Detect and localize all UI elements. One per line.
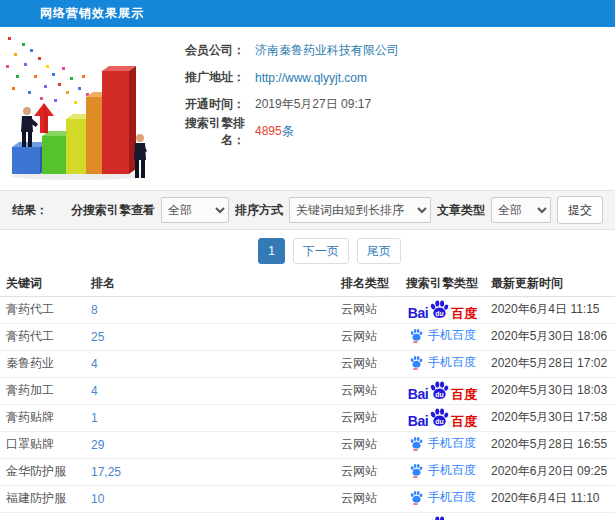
member-company-label: 会员公司： bbox=[170, 42, 245, 59]
keyword-cell bbox=[0, 512, 85, 520]
baidu-paw-icon: du bbox=[429, 407, 450, 428]
sort-filter-label: 排序方式 bbox=[235, 202, 283, 219]
rank-type-cell: 云网站 bbox=[335, 323, 400, 350]
baidu-logo: Bai du 百度 bbox=[408, 515, 477, 520]
rank-cell[interactable]: 4 bbox=[85, 377, 335, 404]
table-row: 福建防护服 10 云网站 手机百度 2020年6月4日 11:10 bbox=[0, 485, 615, 512]
updated-cell bbox=[485, 512, 615, 520]
header-rank: 排名 bbox=[85, 272, 335, 296]
keyword-cell: 秦鲁药业 bbox=[0, 350, 85, 377]
ranking-count-row: 搜索引擎排名： 4895条 bbox=[170, 118, 615, 145]
up-arrow-icon bbox=[34, 103, 54, 133]
updated-cell: 2020年6月4日 11:15 bbox=[485, 296, 615, 323]
bar-red bbox=[102, 66, 136, 174]
filter-controls: 分搜索引擎查看 全部 排序方式 关键词由短到长排序 文章类型 全部 提交 bbox=[71, 196, 603, 224]
keyword-cell: 膏药代工 bbox=[0, 296, 85, 323]
table-row: 膏药贴牌 1 云网站 Bai du 百度 2020年5月30日 17:58 bbox=[0, 404, 615, 431]
updated-cell: 2020年5月30日 18:06 bbox=[485, 323, 615, 350]
rank-cell[interactable] bbox=[85, 512, 335, 520]
mobile-baidu-paw-icon bbox=[409, 436, 424, 451]
baidu-logo: Bai du 百度 bbox=[408, 407, 477, 428]
confetti-dots bbox=[6, 37, 97, 108]
promo-url-link[interactable]: http://www.qlyyjt.com bbox=[255, 71, 367, 85]
open-time-value: 2019年5月27日 09:17 bbox=[255, 96, 371, 113]
updated-cell: 2020年6月20日 09:25 bbox=[485, 458, 615, 485]
svg-text:du: du bbox=[435, 390, 443, 397]
mobile-baidu-badge: 手机百度 bbox=[409, 328, 476, 343]
mobile-baidu-badge: 手机百度 bbox=[409, 490, 476, 505]
table-row: 金华防护服 17,25 云网站 手机百度 2020年6月20日 09:25 bbox=[0, 458, 615, 485]
baidu-logo: Bai du 百度 bbox=[408, 299, 477, 320]
header-updated: 最新更新时间 bbox=[485, 272, 615, 296]
filter-bar: 结果： 分搜索引擎查看 全部 排序方式 关键词由短到长排序 文章类型 全部 提交 bbox=[0, 190, 615, 230]
baidu-paw-icon: du bbox=[429, 299, 450, 320]
promo-url-row: 推广地址： http://www.qlyyjt.com bbox=[170, 64, 615, 91]
keyword-cell: 福建防护服 bbox=[0, 485, 85, 512]
mobile-baidu-badge: 手机百度 bbox=[409, 463, 476, 478]
rank-cell[interactable]: 25 bbox=[85, 323, 335, 350]
baidu-paw-icon: du bbox=[429, 515, 450, 520]
promo-url-label: 推广地址： bbox=[170, 69, 245, 86]
keyword-cell: 膏药加工 bbox=[0, 377, 85, 404]
member-summary-section: 会员公司： 济南秦鲁药业科技有限公司 推广地址： http://www.qlyy… bbox=[0, 27, 615, 184]
updated-cell: 2020年5月30日 17:58 bbox=[485, 404, 615, 431]
engine-filter-label: 分搜索引擎查看 bbox=[71, 202, 155, 219]
rank-type-cell: 云网站 bbox=[335, 458, 400, 485]
title-bar: 网络营销效果展示 bbox=[0, 0, 615, 27]
engine-filter-select[interactable]: 全部 bbox=[161, 197, 229, 223]
keyword-cell: 金华防护服 bbox=[0, 458, 85, 485]
baidu-logo: Bai du 百度 bbox=[408, 380, 477, 401]
result-label: 结果： bbox=[12, 202, 48, 219]
updated-cell: 2020年5月28日 16:55 bbox=[485, 431, 615, 458]
table-row: 膏药代工 8 云网站 Bai du 百度 2020年6月4日 11:15 bbox=[0, 296, 615, 323]
mobile-baidu-paw-icon bbox=[409, 463, 424, 478]
mobile-baidu-paw-icon bbox=[409, 355, 424, 370]
results-table-body: 膏药代工 8 云网站 Bai du 百度 2020年6月4日 11:15 膏药代… bbox=[0, 296, 615, 520]
rank-cell[interactable]: 17,25 bbox=[85, 458, 335, 485]
header-rank-type: 排名类型 bbox=[335, 272, 400, 296]
keyword-cell: 膏药代工 bbox=[0, 323, 85, 350]
table-row: Bai du 百度 bbox=[0, 512, 615, 520]
growth-chart-illustration bbox=[0, 31, 170, 181]
updated-cell: 2020年5月30日 18:03 bbox=[485, 377, 615, 404]
keyword-cell: 膏药贴牌 bbox=[0, 404, 85, 431]
pagination: 1 下一页 尾页 bbox=[22, 230, 615, 272]
ranking-count-number: 4895 bbox=[255, 124, 282, 138]
member-info: 会员公司： 济南秦鲁药业科技有限公司 推广地址： http://www.qlyy… bbox=[170, 27, 615, 145]
rank-cell[interactable]: 29 bbox=[85, 431, 335, 458]
mobile-baidu-paw-icon bbox=[409, 490, 424, 505]
updated-cell: 2020年6月4日 11:10 bbox=[485, 485, 615, 512]
next-page-button[interactable]: 下一页 bbox=[293, 238, 349, 264]
rank-cell[interactable]: 4 bbox=[85, 350, 335, 377]
businessman-left bbox=[21, 107, 38, 147]
rank-type-cell: 云网站 bbox=[335, 377, 400, 404]
ranking-count-label: 搜索引擎排名： bbox=[170, 115, 245, 149]
page-button-current[interactable]: 1 bbox=[258, 238, 285, 264]
member-company-row: 会员公司： 济南秦鲁药业科技有限公司 bbox=[170, 37, 615, 64]
table-row: 膏药加工 4 云网站 Bai du 百度 2020年5月30日 18:03 bbox=[0, 377, 615, 404]
engine-cell: 手机百度 bbox=[400, 350, 485, 377]
results-table: 关键词 排名 排名类型 搜索引擎类型 最新更新时间 膏药代工 8 云网站 Bai… bbox=[0, 272, 615, 520]
engine-cell: Bai du 百度 bbox=[400, 296, 485, 323]
page-title: 网络营销效果展示 bbox=[40, 5, 144, 22]
engine-cell: 手机百度 bbox=[400, 323, 485, 350]
member-company-link[interactable]: 济南秦鲁药业科技有限公司 bbox=[255, 42, 399, 59]
article-type-filter-select[interactable]: 全部 bbox=[491, 197, 551, 223]
rank-cell[interactable]: 8 bbox=[85, 296, 335, 323]
rank-cell[interactable]: 10 bbox=[85, 485, 335, 512]
engine-cell: 手机百度 bbox=[400, 431, 485, 458]
last-page-button[interactable]: 尾页 bbox=[357, 238, 401, 264]
table-header-row: 关键词 排名 排名类型 搜索引擎类型 最新更新时间 bbox=[0, 272, 615, 296]
open-time-label: 开通时间： bbox=[170, 96, 245, 113]
header-keyword: 关键词 bbox=[0, 272, 85, 296]
sort-filter-select[interactable]: 关键词由短到长排序 bbox=[289, 197, 431, 223]
table-row: 秦鲁药业 4 云网站 手机百度 2020年5月28日 17:02 bbox=[0, 350, 615, 377]
rank-type-cell: 云网站 bbox=[335, 296, 400, 323]
table-row: 膏药代工 25 云网站 手机百度 2020年5月30日 18:06 bbox=[0, 323, 615, 350]
article-type-filter-label: 文章类型 bbox=[437, 202, 485, 219]
submit-button[interactable]: 提交 bbox=[557, 196, 603, 224]
engine-cell: Bai du 百度 bbox=[400, 404, 485, 431]
engine-cell: 手机百度 bbox=[400, 485, 485, 512]
rank-cell[interactable]: 1 bbox=[85, 404, 335, 431]
header-engine-type: 搜索引擎类型 bbox=[400, 272, 485, 296]
